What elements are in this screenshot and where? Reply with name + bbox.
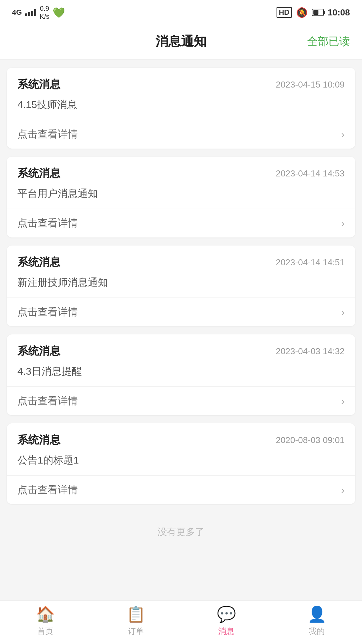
signal-icon (25, 9, 36, 16)
profile-label: 我的 (309, 626, 325, 637)
notification-card-4: 系统消息 2023-04-03 14:32 4.3日消息提醒 点击查看详情 › (7, 334, 355, 415)
detail-label-2: 点击查看详情 (17, 216, 78, 230)
notification-card-3: 系统消息 2023-04-14 14:51 新注册技师消息通知 点击查看详情 › (7, 246, 355, 326)
notification-card-1: 系统消息 2023-04-15 10:09 4.15技师消息 点击查看详情 › (7, 68, 355, 149)
notification-card-5: 系统消息 2020-08-03 09:01 公告1的标题1 点击查看详情 › (7, 423, 355, 504)
detail-label-1: 点击查看详情 (17, 127, 78, 141)
chevron-right-icon: › (341, 307, 345, 318)
messages-label: 消息 (218, 626, 234, 637)
chevron-right-icon: › (341, 218, 345, 229)
notification-body-1: 4.15技师消息 (7, 98, 355, 120)
notification-card-2: 系统消息 2023-04-14 14:53 平台用户消息通知 点击查看详情 › (7, 157, 355, 237)
battery-icon (312, 9, 324, 16)
notification-body-4: 4.3日消息提醒 (7, 365, 355, 387)
notification-header-3: 系统消息 2023-04-14 14:51 (7, 246, 355, 276)
notification-title-5: 系统消息 (17, 433, 60, 447)
orders-icon: 📋 (126, 605, 145, 623)
notification-detail-link-2[interactable]: 点击查看详情 › (7, 209, 355, 237)
notification-detail-link-5[interactable]: 点击查看详情 › (7, 476, 355, 504)
detail-label-5: 点击查看详情 (17, 483, 78, 497)
notification-body-2: 平台用户消息通知 (7, 187, 355, 209)
detail-label-4: 点击查看详情 (17, 394, 78, 408)
notification-header-1: 系统消息 2023-04-15 10:09 (7, 68, 355, 98)
notification-time-2: 2023-04-14 14:53 (276, 168, 345, 179)
notifications-list: 系统消息 2023-04-15 10:09 4.15技师消息 点击查看详情 › … (0, 60, 362, 512)
hd-icon: HD (277, 7, 292, 18)
notification-header-5: 系统消息 2020-08-03 09:01 (7, 423, 355, 453)
orders-label: 订单 (128, 626, 144, 637)
status-right: HD 🔕 10:08 (277, 7, 350, 18)
nav-item-messages[interactable]: 💬 消息 (181, 605, 272, 637)
bottom-navigation: 🏠 首页 📋 订单 💬 消息 👤 我的 (0, 600, 362, 644)
notification-detail-link-1[interactable]: 点击查看详情 › (7, 120, 355, 149)
notification-body-3: 新注册技师消息通知 (7, 276, 355, 298)
network-label: 4G (12, 8, 22, 17)
notification-time-3: 2023-04-14 14:51 (276, 257, 345, 268)
nav-item-home[interactable]: 🏠 首页 (0, 605, 90, 637)
notification-time-5: 2020-08-03 09:01 (276, 435, 345, 445)
nav-item-profile[interactable]: 👤 我的 (272, 605, 362, 637)
no-more-text: 没有更多了 (0, 512, 362, 548)
notification-title-3: 系统消息 (17, 255, 60, 270)
mark-all-read-button[interactable]: 全部已读 (307, 34, 350, 49)
notification-header-2: 系统消息 2023-04-14 14:53 (7, 157, 355, 187)
chevron-right-icon: › (341, 129, 345, 140)
notification-time-1: 2023-04-15 10:09 (276, 79, 345, 90)
status-left: 4G 0.9K/s 💚 (12, 4, 65, 20)
notification-title-4: 系统消息 (17, 344, 60, 359)
notification-header-4: 系统消息 2023-04-03 14:32 (7, 334, 355, 365)
home-label: 首页 (37, 626, 53, 637)
home-icon: 🏠 (36, 605, 55, 623)
speed-label: 0.9K/s (40, 4, 49, 20)
profile-icon: 👤 (307, 605, 326, 623)
page-title: 消息通知 (156, 33, 206, 50)
chevron-right-icon: › (341, 484, 345, 496)
notification-body-5: 公告1的标题1 (7, 453, 355, 476)
detail-label-3: 点击查看详情 (17, 305, 78, 319)
page-header: 消息通知 全部已读 (0, 23, 362, 60)
notification-title-1: 系统消息 (17, 77, 60, 92)
notification-time-4: 2023-04-03 14:32 (276, 346, 345, 357)
notification-detail-link-3[interactable]: 点击查看详情 › (7, 298, 355, 326)
bell-mute-icon: 🔕 (296, 7, 308, 18)
wechat-icon: 💚 (53, 7, 65, 18)
messages-icon: 💬 (217, 605, 236, 623)
status-bar: 4G 0.9K/s 💚 HD 🔕 10:08 (0, 0, 362, 23)
nav-item-orders[interactable]: 📋 订单 (90, 605, 181, 637)
time-label: 10:08 (328, 7, 350, 18)
chevron-right-icon: › (341, 395, 345, 407)
notification-detail-link-4[interactable]: 点击查看详情 › (7, 387, 355, 415)
notification-title-2: 系统消息 (17, 166, 60, 181)
